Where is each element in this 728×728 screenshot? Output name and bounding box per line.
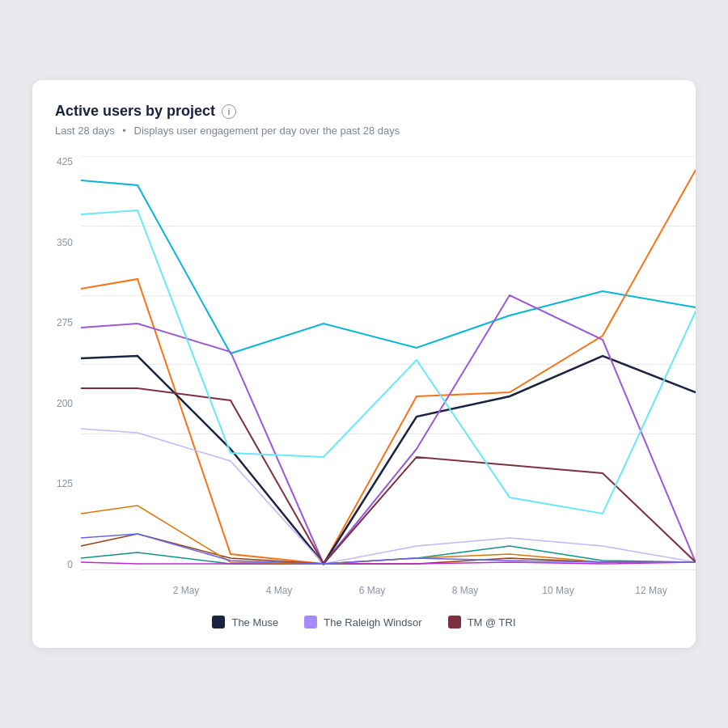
y-axis: 425 350 275 200 125 0 xyxy=(32,150,79,570)
legend-item-raleigh-windsor: The Raleigh Windsor xyxy=(304,616,421,629)
x-label-4may: 4 May xyxy=(266,585,293,596)
chart-card: Active users by project i Last 28 days •… xyxy=(32,80,696,648)
y-label-125: 125 xyxy=(57,478,73,489)
legend-item-the-muse: The Muse xyxy=(212,616,278,629)
chart-subtitle: Last 28 days • Displays user engagement … xyxy=(55,125,673,137)
x-label-10may: 10 May xyxy=(542,585,574,596)
y-label-275: 275 xyxy=(57,317,73,328)
x-label-8may: 8 May xyxy=(452,585,479,596)
line-teal-lower xyxy=(81,546,696,564)
subtitle-period: Last 28 days xyxy=(55,125,115,137)
subtitle-dot: • xyxy=(122,125,126,137)
legend-label-tm-tri: TM @ TRI xyxy=(468,616,516,629)
y-label-0: 0 xyxy=(67,559,73,570)
chart-svg xyxy=(81,150,696,570)
legend-label-raleigh-windsor: The Raleigh Windsor xyxy=(324,616,421,629)
line-cyan xyxy=(81,180,696,353)
chart-legend: The Muse The Raleigh Windsor TM @ TRI xyxy=(32,603,696,629)
y-label-200: 200 xyxy=(57,398,73,409)
line-indigo xyxy=(81,534,696,564)
legend-label-the-muse: The Muse xyxy=(231,616,278,629)
x-label-2may: 2 May xyxy=(173,585,200,596)
chart-area: 425 350 275 200 125 0 xyxy=(32,150,696,603)
chart-title: Active users by project xyxy=(55,103,215,120)
chart-grid xyxy=(81,150,696,570)
legend-swatch-the-muse xyxy=(212,616,225,629)
chart-header: Active users by project i Last 28 days •… xyxy=(32,103,696,150)
x-label-6may: 6 May xyxy=(359,585,386,596)
x-axis: 2 May 4 May 6 May 8 May 10 May 12 May 14 xyxy=(81,570,696,603)
line-amber xyxy=(81,506,696,564)
line-light-teal xyxy=(81,210,696,514)
line-tm-tri xyxy=(81,388,696,564)
line-orange xyxy=(81,170,696,564)
x-label-12may: 12 May xyxy=(635,585,667,596)
legend-swatch-tm-tri xyxy=(448,616,461,629)
legend-item-tm-tri: TM @ TRI xyxy=(448,616,516,629)
y-label-425: 425 xyxy=(57,156,73,167)
legend-swatch-raleigh-windsor xyxy=(304,616,317,629)
info-icon[interactable]: i xyxy=(222,104,236,119)
subtitle-desc: Displays user engagement per day over th… xyxy=(134,125,400,137)
line-the-muse xyxy=(81,356,696,564)
y-label-350: 350 xyxy=(57,237,73,248)
